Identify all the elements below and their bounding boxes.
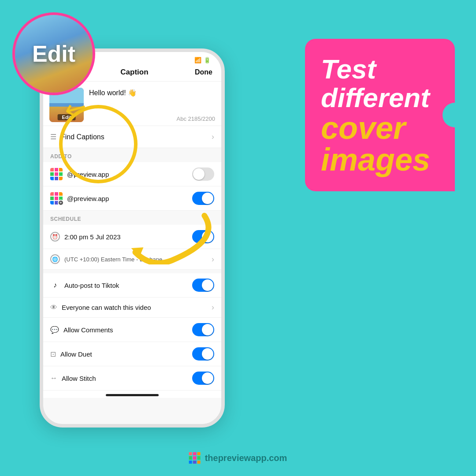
badge-text-images: images [321,144,441,175]
puzzle-badge: Test different cover images [305,39,455,191]
tiktok-icon: ♪ [50,280,60,290]
clock-icon: ⏰ [50,232,60,242]
branding-footer: thepreviewapp.com [189,452,287,464]
caption-char-count: Abc 2185/2200 [89,113,215,122]
tiktok-stitch-row: ↔ Allow Stitch [43,366,221,390]
curved-arrow-icon [128,212,216,264]
account-row-2: + @preview.app [43,186,221,211]
everyone-chevron-icon: › [212,303,214,312]
account-2-icon: + [50,192,63,205]
tiktok-duet-toggle[interactable] [192,347,214,361]
tiktok-stitch-left: ↔ Allow Stitch [50,374,96,382]
eye-icon: 👁 [50,304,57,312]
nav-done-button[interactable]: Done [195,68,212,76]
tiktok-everyone-left: 👁 Everyone can watch this video [50,304,151,312]
account-row-1: @preview.app [43,162,221,186]
schedule-datetime-left: ⏰ 2:00 pm 5 Jul 2023 [50,232,121,242]
edit-circle-label: Edit [32,41,75,67]
tiktok-auto-post-left: ♪ Auto-post to Tiktok [50,280,119,290]
account-2-toggle[interactable] [192,192,214,205]
tiktok-everyone-label: Everyone can watch this video [62,304,151,311]
tiktok-comments-left: 💬 Allow Comments [50,326,113,334]
account-2-left: + @preview.app [50,192,109,205]
caption-text-area[interactable]: Hello world! 👋 Abc 2185/2200 [89,88,215,122]
nav-title: Caption [120,68,148,77]
globe-icon: 🌐 [50,254,60,264]
tiktok-stitch-label: Allow Stitch [62,375,96,382]
tiktok-comments-label: Allow Comments [63,326,113,334]
stitch-icon: ↔ [50,374,57,382]
tiktok-comments-toggle[interactable] [192,323,214,336]
badge-text-cover: cover [321,112,441,144]
battery-icon: 🔋 [204,57,211,63]
schedule-datetime: 2:00 pm 5 Jul 2023 [64,233,121,241]
account-2-name: @preview.app [67,195,109,202]
add-to-section-label: ADD TO [43,148,221,162]
duet-icon: ⊡ [50,350,56,358]
account-1-toggle[interactable] [192,167,214,181]
home-bar [106,394,159,396]
wifi-icon: 📶 [194,57,201,63]
account-1-icon [50,168,63,180]
tiktok-duet-label: Allow Duet [60,350,92,358]
tiktok-section: ♪ Auto-post to Tiktok 👁 Everyone can wat… [43,270,221,390]
branding-icon [189,452,201,464]
find-captions-row[interactable]: ☰ Find Captions › [43,126,221,148]
badge-text-test: Test [321,55,441,83]
tiktok-everyone-row[interactable]: 👁 Everyone can watch this video › [43,298,221,318]
lines-icon: ☰ [50,133,56,141]
tiktok-auto-post-label: Auto-post to Tiktok [64,282,119,289]
tiktok-duet-left: ⊡ Allow Duet [50,350,92,358]
tiktok-auto-post-row: ♪ Auto-post to Tiktok [43,273,221,298]
comment-icon: 💬 [50,326,59,334]
account-1-left: @preview.app [50,168,109,180]
badge-text-different: different [321,83,441,112]
status-icons: 📶 🔋 [194,57,211,63]
home-indicator [43,390,221,398]
branding-url: thepreviewapp.com [205,453,287,463]
caption-text: Hello world! 👋 [89,88,215,97]
tiktok-auto-post-toggle[interactable] [192,279,214,292]
find-captions-label: Find Captions [61,133,104,141]
edit-circle-badge: Edit [12,12,95,95]
find-captions-left: ☰ Find Captions [50,133,104,141]
right-panel: Test different cover images [305,39,455,191]
tiktok-duet-row: ⊡ Allow Duet [43,342,221,366]
tiktok-comments-row: 💬 Allow Comments [43,318,221,342]
tiktok-stitch-toggle[interactable] [192,372,214,385]
account-1-name: @preview.app [67,171,109,178]
chevron-right-icon: › [212,132,214,141]
